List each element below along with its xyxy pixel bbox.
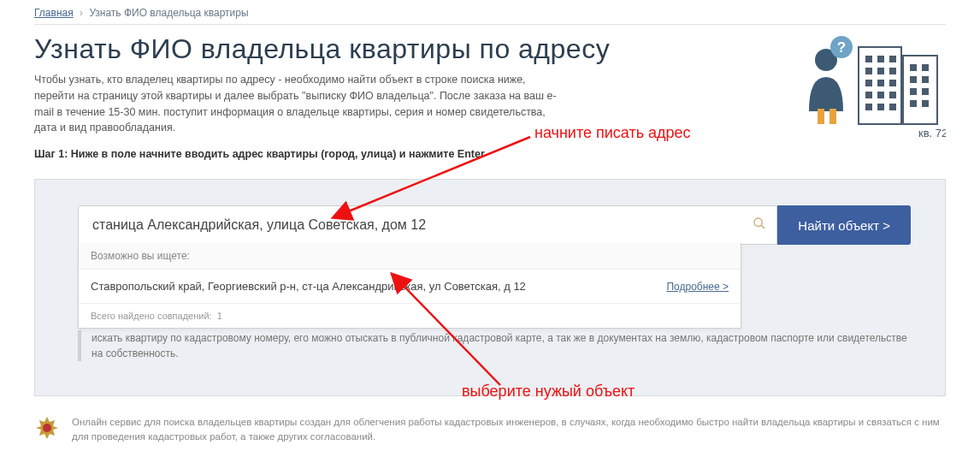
svg-rect-11 — [865, 92, 872, 98]
emblem-icon — [34, 415, 60, 446]
breadcrumb-home[interactable]: Главная — [34, 7, 74, 19]
step-label: Шаг 1: Ниже в поле начните вводить адрес… — [34, 148, 946, 160]
svg-rect-15 — [877, 104, 884, 110]
svg-rect-19 — [910, 76, 917, 83]
svg-rect-10 — [889, 80, 896, 86]
svg-rect-6 — [877, 68, 884, 74]
svg-rect-14 — [865, 104, 872, 110]
search-box — [78, 205, 777, 245]
svg-rect-23 — [910, 100, 917, 107]
svg-point-30 — [754, 218, 762, 226]
svg-rect-7 — [889, 68, 896, 74]
address-input[interactable] — [91, 217, 742, 234]
footer-note: Онлайн сервис для поиска владельцев квар… — [34, 415, 946, 446]
svg-rect-20 — [922, 76, 929, 83]
search-panel: Найти объект > Возможно вы ищете: Ставро… — [34, 179, 946, 396]
suggestions-dropdown: Возможно вы ищете: Ставропольский край, … — [78, 243, 741, 329]
svg-point-32 — [43, 424, 51, 432]
suggestion-more-link[interactable]: Подробнее > — [666, 281, 729, 293]
svg-rect-22 — [922, 88, 929, 95]
find-object-button[interactable]: Найти объект > — [777, 205, 911, 245]
svg-rect-2 — [865, 56, 872, 62]
svg-rect-1 — [903, 56, 937, 124]
svg-rect-9 — [877, 80, 884, 86]
search-icon — [753, 217, 766, 234]
intro-text: Чтобы узнать, кто владелец квартиры по а… — [34, 72, 564, 136]
suggestions-header: Возможно вы ищете: — [79, 243, 741, 270]
breadcrumb: Главная › Узнать ФИО владельца квартиры — [34, 7, 946, 25]
svg-rect-18 — [922, 64, 929, 71]
svg-rect-26 — [818, 109, 824, 124]
breadcrumb-sep: › — [80, 7, 83, 19]
svg-rect-27 — [829, 109, 836, 124]
svg-rect-5 — [865, 68, 872, 74]
svg-rect-17 — [910, 64, 917, 71]
suggestion-text: Ставропольский край, Георгиевский р-н, с… — [91, 280, 526, 293]
apt-label: кв. 72 — [918, 127, 946, 140]
svg-rect-12 — [877, 92, 884, 98]
svg-rect-8 — [865, 80, 872, 86]
svg-rect-3 — [877, 56, 884, 62]
breadcrumb-current: Узнать ФИО владельца квартиры — [89, 7, 248, 19]
under-text: искать квартиру по кадастровому номеру, … — [78, 330, 911, 361]
svg-rect-21 — [910, 88, 917, 95]
suggestion-item[interactable]: Ставропольский край, Георгиевский р-н, с… — [79, 270, 741, 304]
hero-illustration: ? кв. 72 — [766, 30, 946, 141]
svg-rect-4 — [889, 56, 896, 62]
svg-rect-16 — [889, 104, 896, 110]
svg-rect-24 — [922, 100, 929, 107]
svg-rect-13 — [889, 92, 896, 98]
footer-text: Онлайн сервис для поиска владельцев квар… — [72, 415, 946, 445]
svg-text:?: ? — [837, 39, 846, 56]
svg-line-31 — [761, 225, 765, 229]
suggestions-footer: Всего найдено совпадений: 1 — [79, 304, 741, 328]
